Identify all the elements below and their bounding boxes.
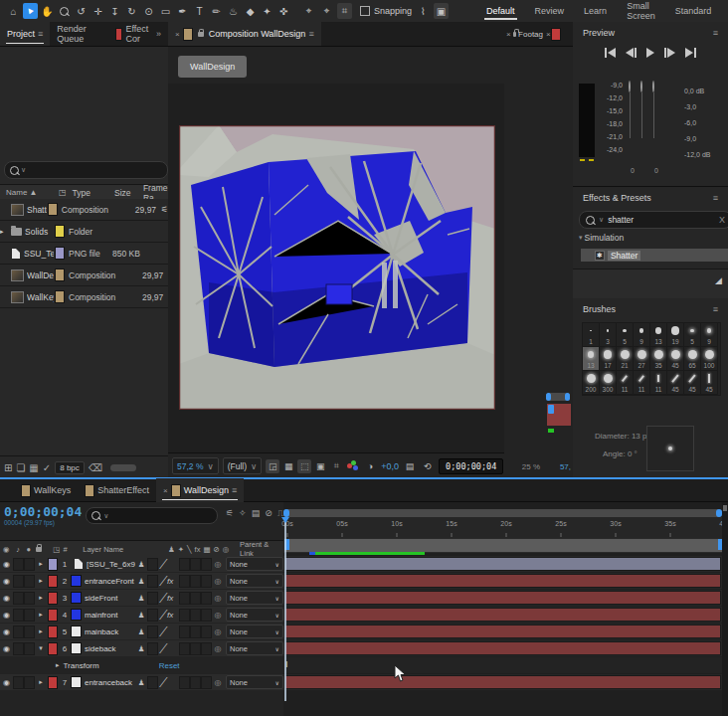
brush-tool-icon[interactable]: ✏	[209, 3, 224, 19]
expand-arrow-icon[interactable]: ▸	[35, 594, 47, 602]
pen-tool-icon[interactable]: ✒	[175, 3, 190, 19]
switch-box[interactable]	[190, 558, 201, 571]
resolution-icon[interactable]: ◑	[363, 459, 377, 473]
color-settings-icon[interactable]: ✓	[43, 462, 51, 473]
last-frame-button[interactable]	[685, 48, 696, 58]
layer-row-SSU_Te_6x994png[interactable]: ◉▸1[SSU_Te_6x994.png]♟╱◎None∨	[0, 556, 283, 572]
audio-knob-slider[interactable]	[640, 82, 642, 138]
dolly-camera-tool-icon[interactable]: ↧	[107, 3, 122, 19]
column-name[interactable]: Name ▲	[0, 188, 59, 197]
world-axis-icon[interactable]: ⌖	[319, 3, 334, 19]
shy-toggle[interactable]: ♟	[135, 594, 147, 603]
tab-render-queue[interactable]: Render Queue	[50, 22, 108, 46]
audio-knob-slider[interactable]	[629, 82, 631, 138]
timeline-tab-walldesign[interactable]: ×WallDesign≡	[156, 478, 244, 502]
solo-toggle[interactable]	[24, 575, 35, 588]
brush-3[interactable]: 3	[600, 323, 617, 347]
collapse-toggle[interactable]	[147, 626, 158, 638]
brush-300[interactable]: 300	[600, 371, 617, 395]
shy-toggle[interactable]: ♟	[135, 644, 147, 653]
audio-knob-slider[interactable]	[652, 82, 654, 138]
lock-icon[interactable]	[198, 32, 204, 37]
quality-toggle[interactable]: ╱	[158, 576, 167, 586]
draft3d-icon[interactable]: ✧	[239, 508, 247, 519]
solo-toggle[interactable]	[24, 558, 35, 571]
work-area-bar[interactable]	[283, 538, 724, 553]
timeline-vscrollbar[interactable]	[722, 502, 728, 716]
panel-menu-icon[interactable]: ≡	[38, 29, 43, 39]
switch-column-icon-4[interactable]: ▦	[203, 545, 210, 554]
search-caret-icon[interactable]: ∨	[21, 166, 26, 174]
snapping-checkbox[interactable]	[360, 6, 370, 16]
solid-color-swatch[interactable]	[71, 609, 82, 621]
brush-angle-label[interactable]: Angle: 0 °	[603, 449, 637, 458]
switch-box[interactable]	[179, 575, 190, 588]
layer-row-sideback[interactable]: ◉▾6sideback♟╱◎None∨	[0, 640, 283, 656]
orbit-camera-tool-icon[interactable]: ↺	[74, 3, 89, 19]
switch-column-icon-6[interactable]: ◎	[223, 545, 230, 554]
layer-row-sideFront[interactable]: ◉▸3sideFront♟╱fx◎None∨	[0, 590, 283, 606]
parent-pickwhip-icon[interactable]: ◎	[212, 678, 224, 687]
effects-title[interactable]: Effects & Presets	[583, 193, 651, 203]
switch-box[interactable]	[179, 676, 190, 689]
panel-menu-icon[interactable]: ≡	[308, 29, 313, 39]
frame-blend-icon[interactable]: ▤	[252, 508, 261, 519]
panel-menu-icon[interactable]: ≡	[713, 193, 718, 203]
camera-icon[interactable]: ▤	[403, 459, 417, 473]
switch-column-icon-0[interactable]: ♟	[168, 545, 175, 554]
expander-icon[interactable]: ▸	[0, 228, 8, 236]
visibility-toggle[interactable]: ◉	[0, 678, 13, 687]
switch-column-icon-1[interactable]: ✦	[178, 545, 184, 554]
search-caret-icon[interactable]: ∨	[103, 512, 108, 520]
brush-200[interactable]: 200	[583, 371, 600, 395]
switch-box[interactable]	[190, 676, 201, 689]
brush-9[interactable]: 9	[634, 323, 650, 347]
switch-box[interactable]	[201, 558, 212, 571]
switch-column-icon-2[interactable]: ╲	[187, 545, 192, 554]
mask-toggle[interactable]: ⬚	[297, 459, 311, 473]
parent-dropdown[interactable]: None∨	[226, 675, 283, 689]
brush-1[interactable]: 1	[583, 323, 600, 347]
label-swatch[interactable]	[55, 290, 65, 303]
layer-bar-row[interactable]: I	[283, 657, 722, 673]
parent-dropdown[interactable]: None∨	[226, 557, 283, 571]
switch-box[interactable]	[190, 592, 201, 605]
shy-toggle[interactable]: ♟	[135, 627, 147, 636]
workspace-learn[interactable]: Learn	[574, 1, 617, 21]
solo-column-icon[interactable]: ●	[23, 545, 34, 554]
next-frame-button[interactable]	[664, 48, 675, 58]
expand-arrow-icon[interactable]: ▸	[35, 611, 47, 619]
brush-100[interactable]: 100	[701, 347, 718, 371]
project-item-shattereffect[interactable]: ShatterEffectComposition29,97⚟	[0, 199, 168, 221]
brush-45[interactable]: 45	[684, 371, 701, 395]
new-composition-icon[interactable]: ▦	[29, 462, 38, 473]
type-tool-icon[interactable]: T	[192, 3, 207, 19]
expand-arrow-icon[interactable]: ▸	[35, 627, 47, 635]
tab-project[interactable]: Project ≡	[0, 22, 50, 46]
layer-bar-row[interactable]	[283, 624, 722, 639]
audio-toggle[interactable]	[13, 676, 24, 689]
parent-dropdown[interactable]: None∨	[226, 608, 283, 622]
composition-breadcrumb-button[interactable]: WallDesign	[178, 56, 247, 78]
project-search[interactable]: ∨	[4, 161, 168, 179]
switch-box[interactable]	[201, 642, 212, 655]
timeline-navigator[interactable]	[283, 509, 722, 517]
switch-column-icon-5[interactable]: ⊘	[214, 545, 220, 554]
effects-group-row[interactable]: ▾ Simulation	[579, 233, 624, 243]
solo-toggle[interactable]	[24, 642, 35, 655]
chevron-open-icon[interactable]: ▾	[579, 234, 583, 242]
parent-pickwhip-icon[interactable]: ◎	[212, 594, 224, 603]
playhead-marker[interactable]	[281, 517, 289, 523]
label-color-swatch[interactable]	[48, 558, 58, 571]
eye-column-icon[interactable]: ◉	[0, 545, 13, 554]
quality-toggle[interactable]: ╱	[158, 559, 167, 569]
shy-toggle[interactable]: ♟	[135, 678, 147, 687]
brush-17[interactable]: 17	[600, 347, 617, 371]
layer-name[interactable]: sideFront	[85, 594, 135, 603]
solo-toggle[interactable]	[24, 676, 35, 689]
shy-toggle[interactable]: ♟	[135, 577, 147, 586]
magnification-dropdown[interactable]: 57,2 % ∨	[172, 457, 219, 474]
time-ruler[interactable]: 00s05s10s15s20s25s30s35s40s	[283, 517, 728, 539]
project-item-wallkeys[interactable]: WallKeysComposition29,97	[0, 286, 168, 308]
label-column-icon[interactable]: ◳	[50, 545, 64, 554]
